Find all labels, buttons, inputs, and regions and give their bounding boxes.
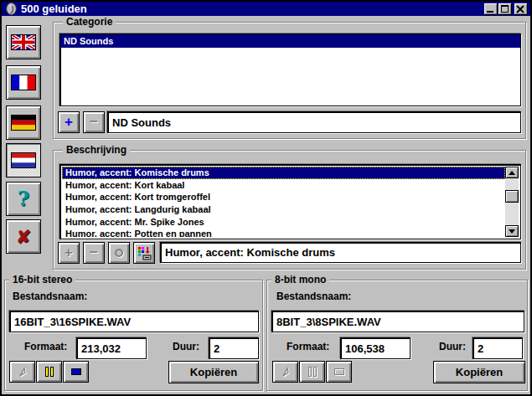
app-window: 500 geluiden bbox=[0, 0, 532, 396]
stop-icon bbox=[70, 366, 83, 378]
category-name-field[interactable]: ND Sounds bbox=[107, 111, 521, 133]
close-button[interactable] bbox=[514, 3, 528, 15]
description-list-item[interactable]: Humor, accent: Kort tromgeroffel bbox=[62, 191, 505, 203]
play-icon bbox=[17, 366, 28, 378]
stereo16-pause-button[interactable] bbox=[36, 361, 62, 383]
add-description-button[interactable]: + bbox=[58, 242, 80, 264]
description-list: Humor, accent: Komische drums Humor, acc… bbox=[62, 167, 505, 237]
filename-label: Bestandsnaam: bbox=[276, 291, 351, 302]
stereo16-filename-field[interactable]: 16BIT_3\16SPIKE.WAV bbox=[9, 311, 259, 332]
filename-label: Bestandsnaam: bbox=[13, 291, 87, 302]
category-group-label: Categorie bbox=[63, 16, 116, 28]
pause-icon bbox=[307, 366, 318, 378]
category-listbox: ND Sounds bbox=[59, 33, 521, 106]
help-button[interactable]: ? bbox=[6, 182, 41, 216]
description-group: Beschrijving Humor, accent: Komische dru… bbox=[53, 150, 526, 270]
format-label: Formaat: bbox=[24, 341, 67, 352]
add-category-button[interactable]: + bbox=[58, 111, 80, 133]
description-list-item[interactable]: Humor, accent: Kort kabaal bbox=[62, 179, 505, 192]
france-flag-icon bbox=[11, 75, 36, 90]
play-icon bbox=[280, 366, 292, 378]
mono8-duration-field[interactable]: 2 bbox=[473, 337, 523, 359]
pause-icon bbox=[44, 366, 55, 378]
titlebar: 500 geluiden bbox=[2, 2, 530, 16]
language-english-button[interactable] bbox=[6, 25, 41, 59]
description-listbox: Humor, accent: Komische drums Humor, acc… bbox=[59, 164, 521, 239]
minimize-button[interactable] bbox=[484, 3, 498, 15]
mono8-stop-button[interactable] bbox=[326, 361, 352, 383]
stereo16-group-label: 16-bit stereo bbox=[9, 274, 75, 285]
category-group: Categorie ND Sounds + − ND Sounds bbox=[53, 22, 526, 139]
copy-to-disk-icon bbox=[137, 246, 152, 260]
netherlands-flag-icon bbox=[11, 152, 36, 168]
arrow-up-icon bbox=[509, 171, 515, 175]
stereo16-format-field[interactable]: 213,032 bbox=[76, 337, 147, 359]
mono8-format-field[interactable]: 106,538 bbox=[340, 337, 411, 359]
description-group-label: Beschrijving bbox=[63, 144, 130, 156]
mono8-copy-button[interactable]: Kopiëren bbox=[433, 361, 525, 383]
description-list-item[interactable]: Humor, accent: Potten en pannen bbox=[62, 228, 505, 237]
exit-button[interactable]: ✘ bbox=[6, 219, 41, 254]
maximize-button[interactable] bbox=[498, 3, 512, 15]
stereo16-stop-button[interactable] bbox=[63, 361, 89, 383]
stereo16-copy-button[interactable]: Kopiëren bbox=[168, 361, 259, 383]
mono8-filename-field[interactable]: 8BIT_3\8SPIKE.WAV bbox=[271, 311, 524, 332]
description-list-item[interactable]: Humor, accent: Langdurig kabaal bbox=[62, 203, 505, 216]
mono8-pause-button[interactable] bbox=[299, 361, 325, 383]
language-german-button[interactable] bbox=[6, 105, 41, 140]
plus-icon: + bbox=[65, 246, 73, 260]
record-circle-icon bbox=[115, 249, 123, 257]
description-scrollbar[interactable] bbox=[505, 167, 519, 237]
window-controls bbox=[483, 3, 528, 15]
format-label: Formaat: bbox=[287, 341, 329, 352]
description-list-item[interactable]: Humor, accent: Mr. Spike Jones bbox=[62, 216, 505, 229]
stereo16-play-button[interactable] bbox=[9, 361, 35, 383]
minimize-icon bbox=[487, 11, 493, 13]
stereo16-group: 16-bit stereo Bestandsnaam: 16BIT_3\16SP… bbox=[4, 280, 263, 391]
plus-icon: + bbox=[65, 116, 73, 129]
scroll-down-button[interactable] bbox=[505, 225, 519, 237]
close-icon bbox=[516, 5, 525, 13]
export-sound-button[interactable] bbox=[133, 242, 155, 264]
description-name-field[interactable]: Humor, accent: Komische drums bbox=[160, 242, 521, 263]
scrollbar-thumb[interactable] bbox=[505, 190, 519, 203]
window-title: 500 geluiden bbox=[21, 2, 87, 16]
duration-label: Duur: bbox=[173, 341, 199, 352]
remove-category-button[interactable]: − bbox=[83, 111, 105, 133]
maximize-icon bbox=[501, 5, 509, 13]
stop-icon bbox=[333, 366, 346, 378]
germany-flag-icon bbox=[11, 115, 36, 131]
language-french-button[interactable] bbox=[6, 65, 41, 100]
category-list-item[interactable]: ND Sounds bbox=[60, 34, 520, 48]
record-button[interactable] bbox=[108, 242, 130, 264]
app-icon bbox=[6, 3, 18, 15]
minus-icon: − bbox=[90, 246, 98, 260]
mono8-play-button[interactable] bbox=[272, 361, 298, 383]
uk-flag-icon bbox=[11, 34, 36, 50]
language-dutch-button[interactable] bbox=[6, 143, 41, 177]
question-mark-icon: ? bbox=[18, 187, 29, 211]
scroll-up-button[interactable] bbox=[505, 167, 519, 178]
stereo16-duration-field[interactable]: 2 bbox=[209, 337, 259, 359]
x-mark-icon: ✘ bbox=[16, 227, 31, 247]
duration-label: Duur: bbox=[439, 341, 466, 352]
minus-icon: − bbox=[90, 116, 98, 129]
remove-description-button[interactable]: − bbox=[83, 242, 105, 264]
arrow-down-icon bbox=[509, 229, 515, 234]
description-list-item[interactable]: Humor, accent: Komische drums bbox=[62, 167, 505, 179]
mono8-group: 8-bit mono Bestandsnaam: 8BIT_3\8SPIKE.W… bbox=[266, 280, 528, 391]
mono8-group-label: 8-bit mono bbox=[271, 274, 329, 285]
